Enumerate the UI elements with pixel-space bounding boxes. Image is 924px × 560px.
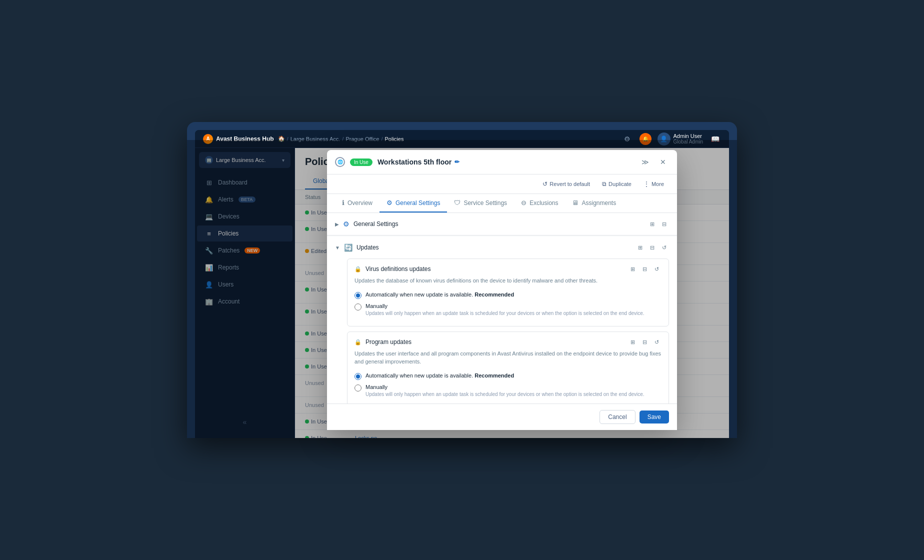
modal-title: Workstations 5th floor ✏ (378, 158, 460, 166)
virus-def-radio-group: Automatically when new update is availab… (348, 290, 668, 326)
pu-ctrl-1[interactable]: ⊞ (628, 337, 638, 347)
tab-assignments[interactable]: 🖥 Assignments (565, 194, 623, 212)
tab-general-label: General Settings (396, 200, 440, 206)
modal-content: ▶ ⚙ General Settings ⊞ ⊟ (327, 213, 677, 404)
tab-assignments-label: Assignments (582, 200, 616, 206)
radio-auto-label: Automatically when new update is availab… (366, 292, 514, 298)
updates-ctrl-2[interactable]: ⊟ (647, 242, 657, 252)
status-badge: In Use (350, 158, 372, 166)
virus-definitions-item: 🔒 Virus definitions updates ⊞ ⊟ ↺ (347, 258, 669, 326)
modal-footer: Cancel Save (327, 404, 677, 430)
revert-icon: ↺ (542, 180, 548, 188)
pu-radio-manual-input[interactable] (354, 384, 362, 392)
duplicate-button[interactable]: ⧉ Duplicate (597, 178, 636, 190)
tab-service-settings[interactable]: 🛡 Service Settings (447, 194, 514, 212)
more-label: More (652, 181, 664, 187)
settings-section-icon: ⚙ (343, 220, 350, 228)
cancel-button[interactable]: Cancel (600, 410, 635, 424)
pu-radio-auto: Automatically when new update is availab… (354, 372, 662, 380)
virus-def-controls: ⊞ ⊟ ↺ (628, 264, 662, 274)
vd-ctrl-3[interactable]: ↺ (652, 264, 662, 274)
pu-manual-text: Manually (366, 384, 644, 390)
updates-title: Updates (356, 244, 379, 251)
general-settings-icon: ⚙ (386, 199, 392, 206)
pu-radio-manual: Manually Updates will only happen when a… (354, 384, 662, 398)
updates-section: ▼ 🔄 Updates ⊞ ⊟ ↺ (327, 236, 677, 404)
edit-icon[interactable]: ✏ (454, 158, 460, 166)
tab-service-label: Service Settings (464, 200, 507, 206)
content-area: Policies Global Policies Custom Status P… (295, 148, 729, 438)
manual-label-text: Manually (366, 303, 644, 309)
general-settings-section: ▶ ⚙ General Settings ⊞ ⊟ (327, 213, 677, 236)
main-layout: 🏢 Large Business Acc. ▾ ⊞ Dashboard 🔔 Al… (195, 148, 729, 438)
program-updates-desc: Updates the user interface and all progr… (348, 349, 668, 370)
more-icon: ⋮ (644, 180, 650, 188)
expand-button[interactable]: ≫ (639, 156, 651, 168)
pu-ctrl-2[interactable]: ⊟ (640, 337, 650, 347)
vd-ctrl-1[interactable]: ⊞ (628, 264, 638, 274)
ctrl-btn-1[interactable]: ⊞ (647, 219, 657, 229)
updates-body: 🔒 Virus definitions updates ⊞ ⊟ ↺ (327, 258, 677, 404)
tab-overview-label: Overview (348, 200, 372, 206)
pu-auto-text: Automatically when new update is availab… (366, 372, 514, 378)
virus-definitions-header: 🔒 Virus definitions updates ⊞ ⊟ ↺ (348, 259, 668, 276)
service-settings-icon: 🛡 (454, 199, 460, 206)
modal-actions: ↺ Revert to default ⧉ Duplicate ⋮ More (327, 174, 677, 194)
modal-tabs: ℹ Overview ⚙ General Settings 🛡 Service … (327, 194, 677, 213)
updates-icon: 🔄 (344, 244, 352, 252)
updates-ctrl-1[interactable]: ⊞ (635, 242, 645, 252)
radio-manual: Manually Updates will only happen when a… (354, 303, 662, 317)
radio-auto-input[interactable] (354, 292, 362, 299)
pu-manual-label: Manually Updates will only happen when a… (366, 384, 644, 398)
manual-sublabel: Updates will only happen when an update … (366, 310, 644, 317)
radio-manual-input[interactable] (354, 304, 362, 310)
virus-def-desc: Updates the database of known virus defi… (348, 276, 668, 290)
duplicate-label: Duplicate (608, 181, 632, 187)
program-update-controls: ⊞ ⊟ ↺ (628, 337, 662, 347)
virus-def-title: Virus definitions updates (366, 266, 431, 272)
program-updates-item: 🔒 Program updates ⊞ ⊟ ↺ (347, 332, 669, 404)
close-button[interactable]: ✕ (657, 156, 669, 168)
section-controls: ⊞ ⊟ (647, 219, 669, 229)
lock-icon: 🔒 (354, 266, 362, 272)
tab-overview[interactable]: ℹ Overview (335, 194, 380, 212)
modal-header-left: 🌐 In Use Workstations 5th floor ✏ (335, 157, 460, 167)
tab-exclusions-label: Exclusions (530, 200, 558, 206)
duplicate-icon: ⧉ (602, 180, 606, 188)
save-button[interactable]: Save (640, 410, 669, 424)
updates-collapse-icon: ▼ (335, 245, 340, 250)
program-updates-title: Program updates (366, 338, 412, 346)
recommended-badge: Recommended (474, 292, 514, 298)
updates-controls: ⊞ ⊟ ↺ (635, 242, 669, 252)
modal-overlay: 🌐 In Use Workstations 5th floor ✏ ≫ ✕ (295, 148, 729, 438)
collapse-icon: ▶ (335, 222, 339, 227)
assignments-icon: 🖥 (572, 199, 578, 206)
revert-button[interactable]: ↺ Revert to default (538, 178, 595, 190)
vd-ctrl-2[interactable]: ⊟ (640, 264, 650, 274)
user-name: Admin User (674, 133, 703, 139)
more-button[interactable]: ⋮ More (638, 178, 669, 190)
policy-modal: 🌐 In Use Workstations 5th floor ✏ ≫ ✕ (327, 150, 677, 430)
tab-exclusions[interactable]: ⊖ Exclusions (514, 194, 565, 212)
program-updates-header: 🔒 Program updates ⊞ ⊟ ↺ (348, 332, 668, 349)
updates-ctrl-3[interactable]: ↺ (659, 242, 669, 252)
overview-icon: ℹ (342, 199, 344, 206)
general-settings-title: General Settings (354, 220, 398, 228)
auto-label-text: Automatically when new update is availab… (366, 292, 514, 298)
pu-manual-sublabel: Updates will only happen when an update … (366, 391, 644, 398)
pu-auto-label: Automatically when new update is availab… (366, 372, 514, 378)
tab-general-settings[interactable]: ⚙ General Settings (380, 194, 447, 212)
globe-icon: 🌐 (335, 157, 345, 167)
pu-ctrl-3[interactable]: ↺ (652, 337, 662, 347)
modal-header-right: ≫ ✕ (639, 156, 669, 168)
modal-header: 🌐 In Use Workstations 5th floor ✏ ≫ ✕ (327, 150, 677, 174)
radio-manual-label: Manually Updates will only happen when a… (366, 303, 644, 317)
program-updates-radio-group: Automatically when new update is availab… (348, 370, 668, 404)
program-lock-icon: 🔒 (354, 339, 362, 346)
ctrl-btn-2[interactable]: ⊟ (659, 219, 669, 229)
pu-radio-auto-input[interactable] (354, 373, 362, 380)
updates-header[interactable]: ▼ 🔄 Updates ⊞ ⊟ ↺ (327, 236, 677, 258)
pu-recommended: Recommended (474, 372, 514, 378)
general-settings-header[interactable]: ▶ ⚙ General Settings ⊞ ⊟ (327, 213, 677, 235)
revert-label: Revert to default (550, 181, 590, 187)
